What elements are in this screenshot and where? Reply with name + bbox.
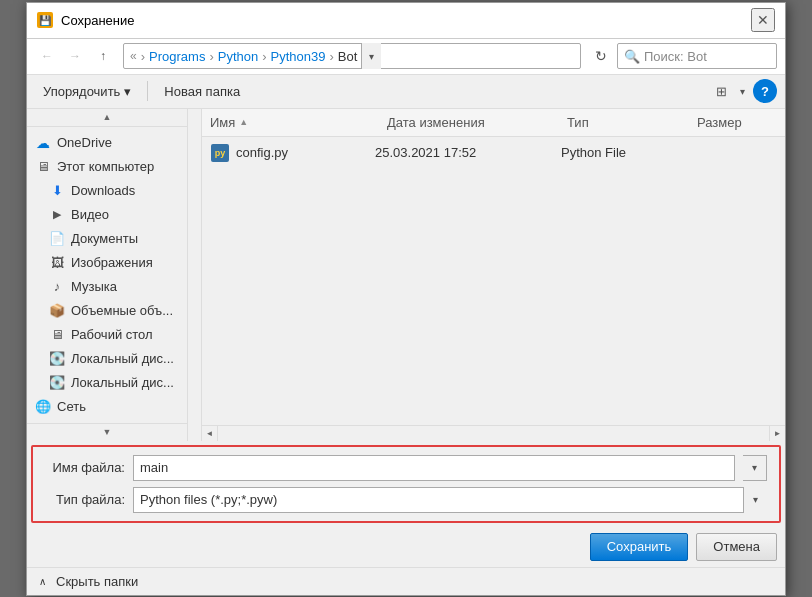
filename-input[interactable] xyxy=(133,455,735,481)
sidebar: ▲ ☁ OneDrive 🖥 Этот компьютер ⬇ xyxy=(27,109,187,441)
file-name-config: config.py xyxy=(236,145,369,160)
toolbar-separator xyxy=(147,81,148,101)
sidebar-item-images-label: Изображения xyxy=(71,255,153,270)
help-button[interactable]: ? xyxy=(753,79,777,103)
filename-dropdown-arrow[interactable]: ▾ xyxy=(743,455,767,481)
sidebar-item-3d[interactable]: 📦 Объемные объ... xyxy=(27,299,187,323)
sidebar-container: ▲ ☁ OneDrive 🖥 Этот компьютер ⬇ xyxy=(27,109,202,441)
filetype-select[interactable]: Python files (*.py;*.pyw) All files (*.*… xyxy=(133,487,767,513)
organize-label: Упорядочить xyxy=(43,84,120,99)
sidebar-item-thispc[interactable]: 🖥 Этот компьютер xyxy=(27,155,187,179)
nav-bar: ← → ↑ « › Programs › Python › Python39 ›… xyxy=(27,39,785,75)
forward-button[interactable]: → xyxy=(63,44,87,68)
save-dialog: 💾 Сохранение ✕ ← → ↑ « › Programs › Pyth… xyxy=(26,2,786,596)
bottom-scrollbar: ◄ ► xyxy=(202,425,785,441)
close-button[interactable]: ✕ xyxy=(751,8,775,32)
onedrive-icon: ☁ xyxy=(35,135,51,151)
file-type-config: Python File xyxy=(561,145,691,160)
sidebar-down-arrow-icon: ▼ xyxy=(103,427,112,437)
toolbar: Упорядочить ▾ Новая папка ⊞ ▾ ? xyxy=(27,75,785,109)
file-date-config: 25.03.2021 17:52 xyxy=(375,145,555,160)
sidebar-item-docs-label: Документы xyxy=(71,231,138,246)
col-size-header[interactable]: Размер xyxy=(697,115,777,130)
disk1-icon: 💽 xyxy=(49,351,65,367)
music-icon: ♪ xyxy=(49,279,65,295)
sidebar-item-onedrive[interactable]: ☁ OneDrive xyxy=(27,131,187,155)
breadcrumb-dropdown[interactable]: ▾ xyxy=(361,43,381,69)
sidebar-item-desktop[interactable]: 🖥 Рабочий стол xyxy=(27,323,187,347)
footer-bar: ∧ Скрыть папки xyxy=(27,567,785,595)
file-item-config[interactable]: py config.py 25.03.2021 17:52 Python Fil… xyxy=(202,139,785,167)
form-section: Имя файла: ▾ Тип файла: Python files (*.… xyxy=(31,445,781,523)
sidebar-item-music[interactable]: ♪ Музыка xyxy=(27,275,187,299)
hide-folders-toggle[interactable]: ∧ Скрыть папки xyxy=(39,574,138,589)
sidebar-item-local1-label: Локальный дис... xyxy=(71,351,174,366)
disk2-icon: 💽 xyxy=(49,375,65,391)
sidebar-up-arrow-icon: ▲ xyxy=(103,112,112,122)
scroll-right-button[interactable]: ► xyxy=(769,425,785,441)
cancel-button[interactable]: Отмена xyxy=(696,533,777,561)
sidebar-item-images[interactable]: 🖼 Изображения xyxy=(27,251,187,275)
back-button[interactable]: ← xyxy=(35,44,59,68)
breadcrumb-programs[interactable]: Programs xyxy=(149,49,205,64)
content-container: Имя ▲ Дата изменения Тип Размер py confi… xyxy=(202,109,785,441)
main-area: ▲ ☁ OneDrive 🖥 Этот компьютер ⬇ xyxy=(27,109,785,441)
content-list: py config.py 25.03.2021 17:52 Python Fil… xyxy=(202,137,785,425)
sidebar-scroll: ☁ OneDrive 🖥 Этот компьютер ⬇ Downloads xyxy=(27,127,187,423)
organize-arrow-icon: ▾ xyxy=(124,84,131,99)
view-button[interactable]: ⊞ xyxy=(711,81,732,102)
breadcrumb-back-icon: « xyxy=(130,49,137,63)
new-folder-button[interactable]: Новая папка xyxy=(156,81,248,102)
dialog-title: Сохранение xyxy=(61,13,743,28)
breadcrumb-python[interactable]: Python xyxy=(218,49,258,64)
save-button[interactable]: Сохранить xyxy=(590,533,689,561)
network-icon: 🌐 xyxy=(35,399,51,415)
sidebar-item-desktop-label: Рабочий стол xyxy=(71,327,153,342)
organize-button[interactable]: Упорядочить ▾ xyxy=(35,81,139,102)
sidebar-item-network-label: Сеть xyxy=(57,399,86,414)
sidebar-item-downloads[interactable]: ⬇ Downloads xyxy=(27,179,187,203)
sidebar-item-video-label: Видео xyxy=(71,207,109,222)
sidebar-scrollbar[interactable] xyxy=(187,109,201,441)
toggle-arrow-icon: ∧ xyxy=(39,576,46,587)
name-sort-icon: ▲ xyxy=(239,117,248,127)
computer-icon: 🖥 xyxy=(35,159,51,175)
search-icon: 🔍 xyxy=(624,49,640,64)
col-date-header[interactable]: Дата изменения xyxy=(387,115,567,130)
refresh-button[interactable]: ↻ xyxy=(589,44,613,68)
sidebar-scroll-up-area[interactable]: ▲ xyxy=(27,109,187,127)
sidebar-scroll-down-area[interactable]: ▼ xyxy=(27,423,187,441)
breadcrumb-sep1: › xyxy=(141,49,145,64)
sidebar-item-thispc-label: Этот компьютер xyxy=(57,159,154,174)
breadcrumb-python39[interactable]: Python39 xyxy=(271,49,326,64)
downloads-icon: ⬇ xyxy=(49,183,65,199)
dialog-icon: 💾 xyxy=(37,12,53,28)
docs-icon: 📄 xyxy=(49,231,65,247)
filename-row: Имя файла: ▾ xyxy=(45,455,767,481)
sidebar-item-downloads-label: Downloads xyxy=(71,183,135,198)
desktop-icon: 🖥 xyxy=(49,327,65,343)
col-type-header[interactable]: Тип xyxy=(567,115,697,130)
title-bar: 💾 Сохранение ✕ xyxy=(27,3,785,39)
search-text: Поиск: Bot xyxy=(644,49,707,64)
scroll-left-button[interactable]: ◄ xyxy=(202,425,218,441)
breadcrumb-sep3: › xyxy=(262,49,266,64)
sidebar-item-local1[interactable]: 💽 Локальный дис... xyxy=(27,347,187,371)
content-header: Имя ▲ Дата изменения Тип Размер xyxy=(202,109,785,137)
python-file-icon: py xyxy=(210,143,230,163)
search-bar[interactable]: 🔍 Поиск: Bot xyxy=(617,43,777,69)
breadcrumb-bot: Bot xyxy=(338,49,358,64)
col-name-header[interactable]: Имя ▲ xyxy=(210,115,387,130)
filetype-select-wrapper: Python files (*.py;*.pyw) All files (*.*… xyxy=(133,487,767,513)
filetype-label: Тип файла: xyxy=(45,492,125,507)
sidebar-item-docs[interactable]: 📄 Документы xyxy=(27,227,187,251)
sidebar-item-network[interactable]: 🌐 Сеть xyxy=(27,395,187,419)
sidebar-item-onedrive-label: OneDrive xyxy=(57,135,112,150)
up-button[interactable]: ↑ xyxy=(91,44,115,68)
filetype-row: Тип файла: Python files (*.py;*.pyw) All… xyxy=(45,487,767,513)
sidebar-item-video[interactable]: ▶ Видео xyxy=(27,203,187,227)
breadcrumb: « › Programs › Python › Python39 › Bot ▾ xyxy=(123,43,581,69)
sidebar-item-local2[interactable]: 💽 Локальный дис... xyxy=(27,371,187,395)
breadcrumb-sep4: › xyxy=(330,49,334,64)
view-icon: ⊞ xyxy=(716,84,727,99)
